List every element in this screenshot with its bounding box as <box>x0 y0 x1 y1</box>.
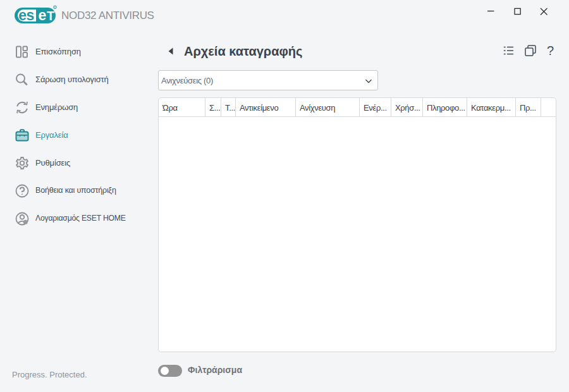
svg-text:e: e <box>39 7 47 23</box>
svg-text:R: R <box>54 6 56 9</box>
svg-text:T: T <box>47 9 54 23</box>
svg-text:es: es <box>18 7 34 23</box>
